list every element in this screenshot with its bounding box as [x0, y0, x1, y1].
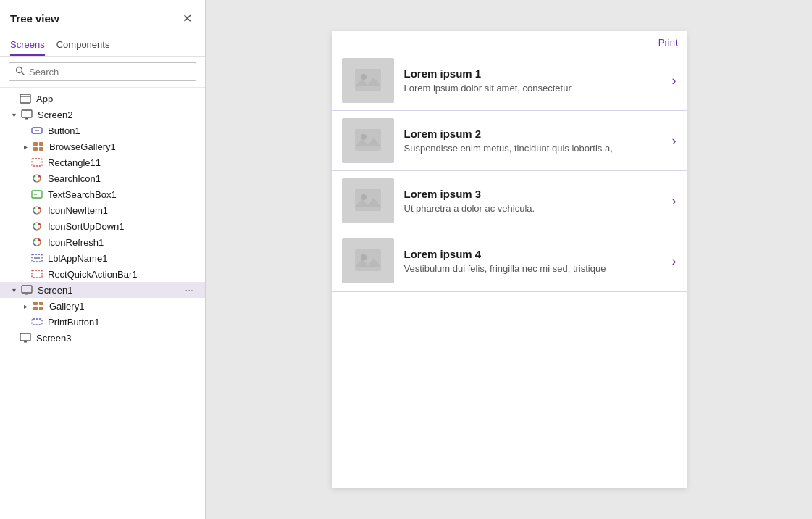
tree-item-screen3[interactable]: Screen3: [0, 330, 205, 346]
gallery-item[interactable]: Lorem ipsum 4 Vestibulum dui felis, frin…: [332, 231, 687, 291]
rectangle-icon: [30, 157, 43, 168]
svg-rect-40: [33, 302, 38, 305]
svg-point-33: [34, 244, 36, 246]
tab-components[interactable]: Components: [56, 33, 110, 56]
tree-item-app[interactable]: App: [0, 91, 205, 107]
svg-rect-9: [39, 142, 43, 146]
gallery-item[interactable]: Lorem ipsum 1 Lorem ipsum dolor sit amet…: [332, 51, 687, 111]
svg-rect-53: [355, 249, 381, 271]
tree-item-browsegallery1[interactable]: ▸ BrowseGallery1: [0, 138, 205, 154]
image-placeholder-icon: [353, 188, 382, 215]
svg-rect-8: [33, 142, 38, 146]
search-input[interactable]: [29, 67, 190, 78]
svg-point-16: [34, 180, 36, 182]
svg-rect-12: [32, 159, 42, 166]
main-content: Print Lorem ipsum 1 Lorem ipsum dolor si…: [206, 0, 812, 519]
screen-icon: [20, 284, 33, 296]
gallery-list: Lorem ipsum 1 Lorem ipsum dolor sit amet…: [332, 51, 687, 488]
gallery-item-chevron-icon: ›: [672, 133, 677, 149]
icon-component-icon: [30, 173, 43, 184]
svg-rect-42: [33, 307, 38, 310]
sidebar-header: Tree view ✕: [0, 0, 205, 33]
svg-rect-46: [24, 341, 27, 343]
svg-point-34: [38, 244, 41, 246]
icon-component-icon: [30, 236, 43, 248]
svg-rect-38: [22, 286, 32, 293]
tree-label: SearchIcon1: [48, 173, 196, 184]
gallery-item-description: Lorem ipsum dolor sit amet, consectetur: [404, 83, 662, 94]
button-icon: [30, 125, 43, 136]
tree-label: Gallery1: [49, 301, 196, 312]
svg-point-28: [34, 228, 36, 230]
tree-label: Button1: [48, 125, 196, 136]
tree-item-rectangle11[interactable]: Rectangle11: [0, 154, 205, 170]
print-button[interactable]: Print: [658, 37, 678, 48]
gallery-item-title: Lorem ipsum 4: [404, 248, 662, 260]
rect-icon: [30, 268, 43, 280]
tree-item-textsearchbox1[interactable]: TextSearchBox1: [0, 186, 205, 202]
svg-point-14: [34, 175, 36, 178]
gallery-item-text: Lorem ipsum 1 Lorem ipsum dolor sit amet…: [404, 67, 662, 94]
svg-rect-41: [39, 302, 43, 305]
icon-component-icon: [30, 204, 43, 216]
gallery-item-chevron-icon: ›: [672, 73, 677, 88]
close-button[interactable]: ✕: [180, 10, 195, 27]
textbox-icon: [30, 188, 43, 200]
gallery-item-chevron-icon: ›: [672, 194, 677, 209]
tree-item-iconnewitem1[interactable]: IconNewItem1: [0, 202, 205, 218]
svg-point-32: [38, 239, 41, 241]
tree-item-button1[interactable]: Button1: [0, 123, 205, 138]
svg-point-15: [38, 175, 41, 178]
sidebar: Tree view ✕ Screens Components: [0, 0, 206, 519]
tree-item-printbutton1[interactable]: PrintButton1: [0, 314, 205, 330]
tree-item-screen1[interactable]: ▾ Screen1 ···: [0, 282, 205, 298]
icon-component-icon: [30, 220, 43, 232]
svg-rect-4: [22, 110, 32, 117]
chevron-right-icon: ▸: [20, 143, 30, 151]
svg-rect-37: [32, 270, 42, 278]
tree-item-rectquickactionbar1[interactable]: RectQuickActionBar1: [0, 266, 205, 282]
svg-rect-10: [33, 147, 38, 151]
svg-rect-43: [39, 307, 43, 310]
context-menu-button[interactable]: ···: [182, 284, 196, 296]
gallery-item[interactable]: Lorem ipsum 2 Suspendisse enim metus, ti…: [332, 111, 687, 171]
chevron-right-icon: ▸: [20, 302, 30, 310]
image-placeholder-icon: [353, 128, 382, 154]
tree-label: PrintButton1: [48, 317, 196, 328]
tree-label: RectQuickActionBar1: [48, 269, 196, 280]
sidebar-tabs: Screens Components: [0, 33, 205, 57]
tree-label: IconRefresh1: [48, 237, 196, 248]
gallery-item-description: Vestibulum dui felis, fringilla nec mi s…: [404, 263, 662, 274]
tab-screens[interactable]: Screens: [10, 33, 45, 56]
gallery-thumbnail: [342, 58, 394, 103]
tree-item-iconsortupdown1[interactable]: IconSortUpDown1: [0, 218, 205, 234]
label-icon: [30, 252, 43, 264]
tree-item-searchicon1[interactable]: SearchIcon1: [0, 170, 205, 186]
chevron-down-icon: ▾: [9, 111, 19, 119]
svg-rect-49: [355, 129, 381, 151]
tree-item-iconrefresh1[interactable]: IconRefresh1: [0, 234, 205, 250]
gallery-item-title: Lorem ipsum 1: [404, 67, 662, 80]
gallery-item[interactable]: Lorem ipsum 3 Ut pharetra a dolor ac veh…: [332, 171, 687, 231]
gallery-empty-row: [332, 291, 687, 349]
gallery-icon: [32, 300, 45, 312]
tree-item-lblappname1[interactable]: LblAppName1: [0, 250, 205, 266]
tree-label: TextSearchBox1: [48, 189, 196, 200]
gallery-icon: [32, 141, 45, 152]
gallery-thumbnail: [342, 178, 394, 223]
canvas-area: Print Lorem ipsum 1 Lorem ipsum dolor si…: [332, 31, 687, 488]
svg-rect-11: [39, 147, 43, 151]
search-box: [9, 62, 196, 81]
tree-label: Screen1: [38, 285, 182, 296]
svg-rect-39: [25, 294, 28, 295]
svg-rect-5: [25, 118, 28, 120]
tree-item-gallery1[interactable]: ▸ Gallery1: [0, 298, 205, 314]
tree-label: Screen3: [36, 333, 196, 344]
tree-item-screen2[interactable]: ▾ Screen2: [0, 107, 205, 123]
tree-label: Rectangle11: [48, 157, 196, 168]
search-container: [0, 57, 205, 88]
gallery-item-text: Lorem ipsum 4 Vestibulum dui felis, frin…: [404, 248, 662, 274]
svg-point-31: [34, 239, 36, 241]
screen-icon: [19, 332, 32, 344]
screen-icon: [20, 109, 33, 120]
